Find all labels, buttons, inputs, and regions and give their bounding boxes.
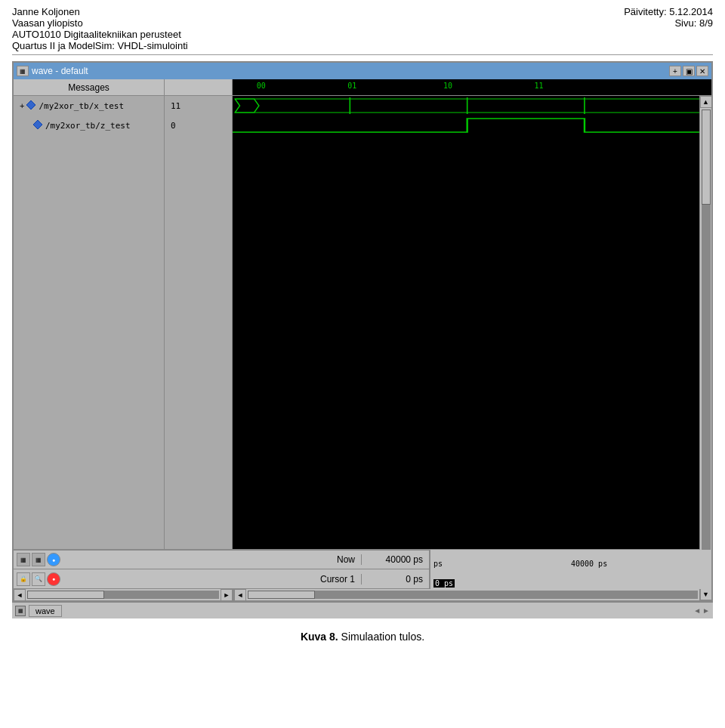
cursor1-waveform-indicator: 0 ps	[429, 569, 711, 589]
signal-name-text-z-test: /my2xor_tb/z_test	[45, 121, 131, 131]
scroll-left-btn-1[interactable]: ◄	[14, 589, 26, 601]
now-ps-left: ps	[433, 560, 443, 568]
figure-label: Kuva 8.	[301, 631, 338, 643]
now-waveform-indicator: ps 40000 ps	[429, 550, 711, 569]
titlebar-buttons: + ▣ ✕	[669, 66, 708, 76]
tab-bar-icon: ▦	[15, 606, 26, 616]
titlebar-left: ▦ wave - default	[17, 66, 88, 76]
toolbar-icon-2-glyph: ▦	[35, 557, 42, 563]
page-footer: Kuva 8. Simulaation tulos.	[0, 618, 725, 649]
scroll-thumb-v	[702, 110, 711, 205]
waveform-svg-x-test	[233, 96, 711, 116]
page-label: Sivu: 8/9	[674, 17, 713, 29]
page-header: Janne Koljonen Vaasan yliopisto AUTO1010…	[0, 0, 725, 54]
resize-handle: ◄ ►	[693, 606, 710, 615]
time-marker-11: 11	[534, 82, 543, 90]
signal-icon-x-test	[26, 100, 36, 110]
messages-column-header: Messages	[14, 79, 165, 95]
values-column-header	[165, 79, 233, 95]
subtitle: Quartus II ja ModelSim: VHDL-simulointi	[12, 40, 188, 51]
cursor-icon-red[interactable]: ●	[47, 572, 60, 586]
scroll-thumb-h-2	[248, 591, 315, 599]
now-label: Now	[74, 554, 361, 565]
left-hscroll: ◄ ►	[14, 589, 234, 600]
cursor1-value: 0 ps	[361, 574, 429, 585]
vertical-scrollbar[interactable]: ▲ ▼	[699, 96, 711, 549]
course-name: AUTO1010 Digitaalitekniikan perusteet	[12, 29, 188, 40]
scroll-track-h-1[interactable]	[27, 591, 219, 599]
now-value: 40000 ps	[361, 554, 429, 565]
figure-caption: Simulaation tulos.	[341, 631, 425, 643]
date-label: Päivitetty: 5.12.2014	[624, 6, 713, 17]
wave-titlebar: ▦ wave - default + ▣ ✕	[14, 63, 711, 79]
waveform-column-header: 00 01 10 11	[233, 79, 711, 95]
scroll-left-btn-2[interactable]: ◄	[234, 589, 246, 601]
empty-left-panel	[14, 135, 165, 549]
cursor-red-dot: ●	[52, 576, 55, 581]
toolbar-icon-1-glyph: ▦	[20, 557, 26, 563]
signal-name-z-test: /my2xor_tb/z_test	[14, 116, 165, 135]
header-separator	[12, 54, 713, 55]
scroll-track-v[interactable]	[702, 110, 711, 549]
scroll-thumb-h-1	[27, 591, 104, 599]
header-right: Päivitetty: 5.12.2014 Sivu: 8/9	[624, 6, 713, 51]
wave-window-title: wave - default	[32, 66, 88, 76]
time-marker-10: 10	[443, 82, 452, 90]
signal-name-x-test: + /my2xor_tb/x_test	[14, 96, 165, 116]
scroll-track-h-2[interactable]	[248, 591, 698, 599]
empty-values-panel	[165, 135, 233, 549]
wave-window: ▦ wave - default + ▣ ✕ Messages 00 01 10	[12, 61, 713, 602]
scroll-up-button[interactable]: ▲	[700, 96, 712, 108]
toolbar-icon-3[interactable]: ●	[47, 553, 60, 566]
toolbar-icon-2[interactable]: ▦	[32, 553, 45, 566]
close-button[interactable]: ✕	[696, 66, 708, 76]
signal-row-z-test: /my2xor_tb/z_test 0	[14, 116, 711, 135]
cursor1-row: 🔒 🔍 ● Cursor 1 0 ps 0 ps	[14, 569, 711, 588]
toolbar-icon-1[interactable]: ▦	[17, 553, 30, 566]
signal-row-x-test: + /my2xor_tb/x_test 11	[14, 96, 711, 116]
status-icons-cursor: 🔒 🔍 ●	[14, 571, 74, 588]
svg-marker-13	[33, 120, 42, 129]
status-icons-now: ▦ ▦ ●	[14, 551, 74, 568]
wave-tab[interactable]: wave	[29, 605, 62, 617]
signal-value-z-test: 0	[165, 116, 233, 135]
resize-left-arrow: ◄	[693, 606, 701, 615]
minimize-button[interactable]: +	[669, 66, 681, 76]
toolbar-icon-3-glyph: ●	[52, 557, 55, 563]
expand-icon[interactable]: +	[20, 101, 24, 110]
waveform-empty-area	[14, 135, 711, 549]
waveform-x-test	[233, 96, 711, 116]
cursor1-time-display: 0 ps	[433, 579, 455, 588]
lock-icon: 🔒	[20, 575, 27, 582]
right-hscroll: ◄ ►	[234, 589, 711, 600]
header-left: Janne Koljonen Vaasan yliopisto AUTO1010…	[12, 6, 188, 51]
wave-window-icon: ▦	[17, 66, 29, 76]
time-marker-00: 00	[257, 82, 266, 90]
horizontal-scrollbar-area: ◄ ► ◄ ►	[14, 588, 711, 600]
time-marker-01: 01	[347, 82, 356, 90]
now-statusbar: ▦ ▦ ● Now 40000 ps ps 40000 ps	[14, 549, 711, 569]
svg-marker-0	[26, 100, 35, 110]
signal-icon-z-test	[32, 119, 43, 130]
university-name: Vaasan yliopisto	[12, 17, 188, 29]
signal-name-text-x-test: /my2xor_tb/x_test	[39, 101, 124, 111]
now-ps-center: 40000 ps	[571, 560, 607, 568]
svg-marker-1	[235, 99, 259, 113]
author-name: Janne Koljonen	[12, 6, 188, 17]
wave-main-area: + /my2xor_tb/x_test 11	[14, 96, 711, 549]
cursor-icon-lock[interactable]: 🔒	[17, 572, 30, 586]
wave-body: Messages 00 01 10 11 +	[14, 79, 711, 600]
signal-value-x-test: 11	[165, 96, 233, 116]
waveform-svg-z-test	[233, 116, 711, 135]
waveform-z-test	[233, 116, 711, 135]
cursor-icon-zoom[interactable]: 🔍	[32, 572, 45, 586]
column-headers: Messages 00 01 10 11	[14, 79, 711, 96]
empty-waveform-panel	[233, 135, 711, 549]
zoom-icon: 🔍	[35, 575, 42, 582]
cursor1-label: Cursor 1	[74, 574, 361, 585]
scroll-right-btn-1[interactable]: ►	[221, 589, 233, 601]
bottom-tab-bar: ▦ wave ◄ ►	[12, 602, 713, 618]
maximize-button[interactable]: ▣	[683, 66, 695, 76]
resize-right-arrow: ►	[702, 606, 710, 615]
